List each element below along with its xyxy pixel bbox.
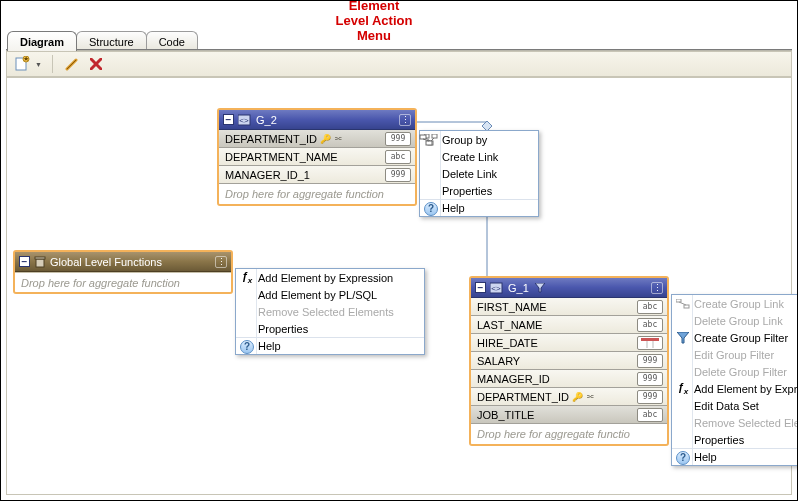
tab-diagram[interactable]: Diagram bbox=[7, 31, 77, 51]
field-name: JOB_TITLE bbox=[471, 409, 637, 421]
menu-item-label: Properties bbox=[442, 185, 492, 197]
field-row[interactable]: MANAGER_ID999 bbox=[471, 370, 667, 388]
field-row[interactable]: JOB_TITLEabc bbox=[471, 406, 667, 424]
menu-item-label: Help bbox=[258, 340, 281, 352]
global-functions-box[interactable]: − Global Level Functions ⋮ Drop here for… bbox=[13, 250, 233, 294]
group-g1-dropzone[interactable]: Drop here for aggregate functio bbox=[471, 424, 667, 444]
menu-item[interactable]: Delete Link bbox=[420, 165, 538, 182]
group-g2-menu-button[interactable]: ⋮ bbox=[399, 114, 411, 126]
svg-line-37 bbox=[679, 302, 686, 305]
field-row[interactable]: FIRST_NAMEabc bbox=[471, 298, 667, 316]
field-name: HIRE_DATE bbox=[471, 337, 637, 349]
menu-item-label: Add Element by PL/SQL bbox=[258, 289, 377, 301]
datatype-badge[interactable]: 999 bbox=[385, 132, 411, 146]
svg-line-10 bbox=[67, 60, 76, 69]
datatype-badge[interactable] bbox=[637, 336, 663, 350]
menu-item: Remove Selected Elements bbox=[672, 414, 798, 431]
menu-item[interactable]: Create Group Filter bbox=[672, 329, 798, 346]
menu-item[interactable]: Properties bbox=[672, 431, 798, 448]
group-g1-rows: FIRST_NAMEabcLAST_NAMEabcHIRE_DATESALARY… bbox=[471, 298, 667, 424]
menu-item[interactable]: Properties bbox=[420, 182, 538, 199]
field-row[interactable]: DEPARTMENT_ID🔑⫘999 bbox=[219, 130, 415, 148]
field-name: SALARY bbox=[471, 355, 637, 367]
field-row[interactable]: SALARY999 bbox=[471, 352, 667, 370]
help-icon: ? bbox=[675, 450, 691, 465]
menu-item-label: Add Element by Expression bbox=[694, 383, 798, 395]
filter-icon bbox=[535, 283, 545, 293]
tab-code-label: Code bbox=[159, 36, 185, 48]
datatype-badge[interactable]: abc bbox=[637, 300, 663, 314]
menu-item-label: Remove Selected Elements bbox=[694, 417, 798, 429]
menu-item[interactable]: Properties bbox=[236, 320, 424, 337]
filter-icon bbox=[675, 330, 691, 345]
link-handle-g2[interactable] bbox=[419, 134, 435, 148]
canvas[interactable]: − <> G_2 ⋮ DEPARTMENT_ID🔑⫘999DEPARTMENT_… bbox=[6, 77, 792, 495]
group-g2[interactable]: − <> G_2 ⋮ DEPARTMENT_ID🔑⫘999DEPARTMENT_… bbox=[217, 108, 417, 206]
menu-item[interactable]: ?Help bbox=[672, 448, 798, 465]
collapse-icon[interactable]: − bbox=[223, 114, 234, 125]
app-frame: Element Level Action Menu Global Level A… bbox=[0, 0, 798, 501]
group-icon: <> bbox=[238, 114, 252, 126]
field-name: LAST_NAME bbox=[471, 319, 637, 331]
datatype-badge[interactable]: 999 bbox=[637, 372, 663, 386]
datatype-badge[interactable]: abc bbox=[637, 318, 663, 332]
menu-item[interactable]: Create Link bbox=[420, 148, 538, 165]
menu-item-label: Remove Selected Elements bbox=[258, 306, 394, 318]
fx-icon: ƒx bbox=[675, 381, 691, 396]
datatype-badge[interactable]: 999 bbox=[637, 390, 663, 404]
menu-item: Delete Group Filter bbox=[672, 363, 798, 380]
menu-item-label: Group by bbox=[442, 134, 487, 146]
field-row[interactable]: LAST_NAMEabc bbox=[471, 316, 667, 334]
datatype-badge[interactable]: abc bbox=[637, 408, 663, 422]
svg-text:<>: <> bbox=[239, 116, 249, 125]
group-g1-titlebar[interactable]: − <> G_1 ⋮ bbox=[471, 278, 667, 298]
menu-item[interactable]: ?Help bbox=[236, 337, 424, 354]
help-icon: ? bbox=[423, 201, 439, 216]
field-row[interactable]: DEPARTMENT_ID🔑⫘999 bbox=[471, 388, 667, 406]
toolbar-delete-button[interactable] bbox=[87, 55, 105, 73]
toolbar-add-dropdown[interactable]: ▼ bbox=[35, 61, 42, 68]
menu-item[interactable]: Add Element by PL/SQL bbox=[236, 286, 424, 303]
datatype-badge[interactable]: abc bbox=[385, 150, 411, 164]
field-name: DEPARTMENT_ID🔑⫘ bbox=[219, 133, 385, 145]
toolbar: ★ ▼ bbox=[6, 51, 792, 77]
menu-item: Delete Group Link bbox=[672, 312, 798, 329]
group-g2-dropzone[interactable]: Drop here for aggregate function bbox=[219, 184, 415, 204]
global-action-menu: ƒxAdd Element by ExpressionAdd Element b… bbox=[235, 268, 425, 355]
field-row[interactable]: MANAGER_ID_1999 bbox=[219, 166, 415, 184]
collapse-icon[interactable]: − bbox=[19, 256, 30, 267]
tab-code[interactable]: Code bbox=[146, 31, 198, 51]
menu-item-label: Add Element by Expression bbox=[258, 272, 393, 284]
menu-item[interactable]: ?Help bbox=[420, 199, 538, 216]
group-g2-titlebar[interactable]: − <> G_2 ⋮ bbox=[219, 110, 415, 130]
svg-rect-36 bbox=[684, 305, 689, 308]
menu-item-label: Help bbox=[694, 451, 717, 463]
menu-item[interactable]: ƒxAdd Element by Expression bbox=[672, 380, 798, 397]
key-icon: 🔑 bbox=[320, 134, 331, 144]
menu-item[interactable]: ƒxAdd Element by Expression bbox=[236, 269, 424, 286]
field-row[interactable]: HIRE_DATE bbox=[471, 334, 667, 352]
svg-rect-27 bbox=[35, 257, 45, 259]
svg-rect-26 bbox=[36, 259, 44, 267]
global-dropzone[interactable]: Drop here for aggregate function bbox=[15, 272, 231, 292]
menu-item: Edit Group Filter bbox=[672, 346, 798, 363]
element-action-menu: Group byCreate LinkDelete LinkProperties… bbox=[419, 130, 539, 217]
datatype-badge[interactable]: 999 bbox=[637, 354, 663, 368]
global-menu-button[interactable]: ⋮ bbox=[215, 256, 227, 268]
tab-structure[interactable]: Structure bbox=[76, 31, 147, 51]
field-row[interactable]: DEPARTMENT_NAMEabc bbox=[219, 148, 415, 166]
menu-item-label: Edit Group Filter bbox=[694, 349, 774, 361]
field-name: DEPARTMENT_ID🔑⫘ bbox=[471, 391, 637, 403]
datatype-badge[interactable]: 999 bbox=[385, 168, 411, 182]
menu-item: Remove Selected Elements bbox=[236, 303, 424, 320]
menu-item[interactable]: Edit Data Set bbox=[672, 397, 798, 414]
menu-item[interactable]: Group by bbox=[420, 131, 538, 148]
toolbar-add-button[interactable]: ★ bbox=[13, 55, 31, 73]
svg-rect-23 bbox=[420, 135, 426, 139]
toolbar-edit-button[interactable] bbox=[63, 55, 81, 73]
group-g1[interactable]: − <> G_1 ⋮ FIRST_NAMEabcLAST_NAMEabcHIRE… bbox=[469, 276, 669, 446]
group-g1-menu-button[interactable]: ⋮ bbox=[651, 282, 663, 294]
collapse-icon[interactable]: − bbox=[475, 282, 486, 293]
field-name: DEPARTMENT_NAME bbox=[219, 151, 385, 163]
global-titlebar[interactable]: − Global Level Functions ⋮ bbox=[15, 252, 231, 272]
